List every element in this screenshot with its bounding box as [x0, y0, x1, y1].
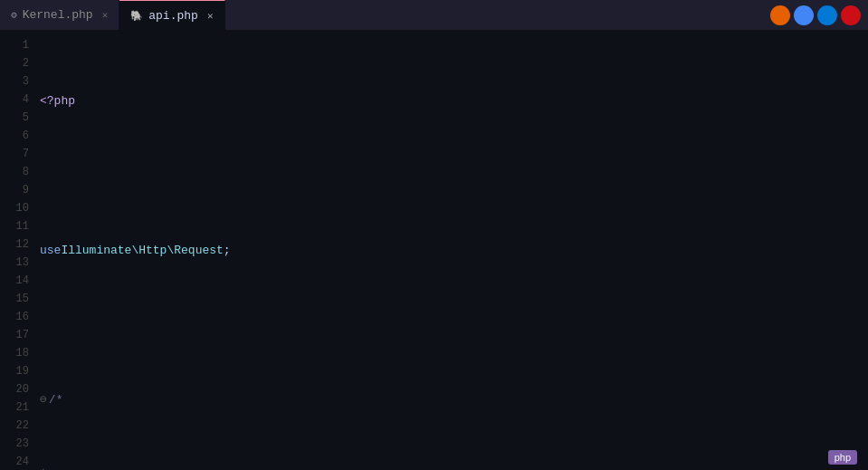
- api-icon: 🐘: [130, 10, 143, 22]
- tab-api-label: api.php: [148, 9, 198, 23]
- editor: 1 2 3 4 5 6 7 8 9 10 11 12 13 14 15 16 1…: [0, 31, 868, 470]
- browser-icons: [770, 5, 861, 25]
- line-numbers: 1 2 3 4 5 6 7 8 9 10 11 12 13 14 15 16 1…: [0, 31, 33, 470]
- firefox-icon[interactable]: [770, 5, 790, 25]
- tab-bar: ⚙ Kernel.php ✕ 🐘 api.php ✕: [0, 0, 868, 31]
- tab-kernel-label: Kernel.php: [23, 8, 93, 22]
- code-content: <?php use Illuminate\Http\Request; ⊖/* |…: [33, 31, 868, 470]
- code-line-5: ⊖/*: [40, 391, 868, 409]
- tab-api-close[interactable]: ✕: [207, 10, 214, 22]
- code-line-2: [40, 168, 868, 186]
- tab-api[interactable]: 🐘 api.php ✕: [119, 0, 224, 31]
- php-badge: php: [828, 450, 857, 465]
- opera-icon[interactable]: [841, 5, 861, 25]
- edge-icon[interactable]: [817, 5, 837, 25]
- code-line-1: <?php: [40, 92, 868, 110]
- tab-kernel-close[interactable]: ✕: [102, 9, 109, 21]
- code-line-4: [40, 317, 868, 335]
- code-line-3: use Illuminate\Http\Request;: [40, 242, 868, 260]
- code-line-6: |---------------------------------------…: [40, 465, 868, 470]
- tab-kernel[interactable]: ⚙ Kernel.php ✕: [0, 0, 119, 31]
- chrome-icon[interactable]: [794, 5, 814, 25]
- kernel-icon: ⚙: [11, 9, 17, 21]
